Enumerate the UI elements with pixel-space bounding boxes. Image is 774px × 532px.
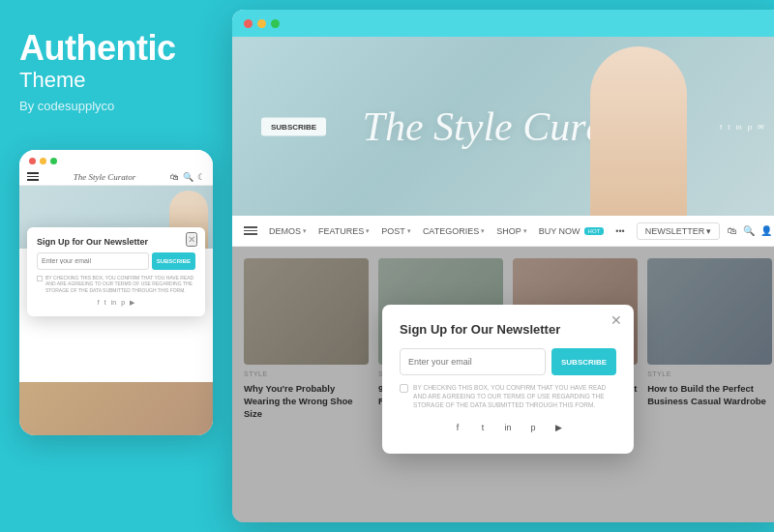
desktop-navbar: DEMOS ▾ FEATURES ▾ POST ▾ CATEGORIES ▾ S… [232,216,774,247]
desktop-dot-green [271,19,280,28]
mobile-bag-icon: 🛍 [170,172,179,182]
left-panel: Authentic Theme By codesupplyco The Styl… [0,0,232,532]
mobile-youtube-icon[interactable]: ▶ [130,299,134,307]
desktop-hamburger-icon[interactable] [244,226,257,235]
desktop-hero: The Style Curator SUBSCRIBE f t in p ✉ [232,37,774,216]
mobile-navbar: The Style Curator 🛍 🔍 ☾ [19,169,213,186]
desktop-subscribe-button[interactable]: SUBSCRIBE [551,348,616,375]
desktop-terms-text: BY CHECKING THIS BOX, YOU CONFIRM THAT Y… [413,383,616,409]
hero-subscribe-button[interactable]: SUBSCRIBE [261,117,326,135]
mobile-titlebar [19,150,213,169]
hero-facebook-icon[interactable]: f [720,122,722,131]
desktop-titlebar [232,10,774,37]
desktop-hero-person [590,46,687,216]
nav-item-demos[interactable]: DEMOS ▾ [269,226,307,236]
nav-right: NEWSLETTER ▾ 🛍 🔍 👤 [637,222,773,240]
mobile-popup-terms-row: BY CHECKING THIS BOX, YOU CONFIRM THAT Y… [37,275,195,294]
desktop-instagram-icon[interactable]: in [499,419,517,436]
mobile-terms-checkbox[interactable] [37,276,43,281]
mobile-popup-close-button[interactable]: ✕ [186,232,197,247]
hero-twitter-icon[interactable]: t [728,122,729,131]
newsletter-overlay: ✕ Sign Up for Our Newsletter SUBSCRIBE B… [232,247,774,522]
nav-item-shop[interactable]: SHOP ▾ [496,226,527,236]
nav-bag-icon[interactable]: 🛍 [728,225,737,236]
hero-pinterest-icon[interactable]: p [748,122,752,131]
nav-item-post[interactable]: POST ▾ [381,226,411,236]
mobile-twitter-icon[interactable]: t [104,299,106,307]
nav-icons-right: 🛍 🔍 👤 [728,225,772,236]
nav-item-features[interactable]: FEATURES ▾ [318,226,370,236]
nav-item-categories[interactable]: CATEGORIES ▾ [423,226,485,236]
nav-newsletter-button[interactable]: NEWSLETTER ▾ [637,222,721,240]
desktop-email-input[interactable] [400,348,546,375]
desktop-popup-social: f t in p ▶ [400,419,616,436]
desktop-main: STYLE Why You're Probably Wearing the Wr… [232,247,774,522]
mobile-logo: The Style Curator [74,172,136,182]
mobile-popup-input-row: SUBSCRIBE [37,252,195,270]
mobile-dot-green [50,158,57,164]
hero-email-icon[interactable]: ✉ [758,122,764,131]
desktop-facebook-icon[interactable]: f [449,419,466,436]
mobile-mockup: The Style Curator 🛍 🔍 ☾ ✕ Sign Up for Ou… [19,150,213,435]
mobile-dot-red [29,158,36,164]
desktop-dot-yellow [257,19,266,28]
desktop-popup-title: Sign Up for Our Newsletter [400,322,616,337]
mobile-search-icon[interactable]: 🔍 [183,172,194,182]
mobile-nav-icons: 🛍 🔍 ☾ [170,172,205,182]
desktop-dot-red [244,19,253,28]
mobile-email-input[interactable] [37,252,149,270]
mobile-pinterest-icon[interactable]: p [121,299,125,307]
brand-title: Authentic [19,29,213,68]
desktop-newsletter-popup: ✕ Sign Up for Our Newsletter SUBSCRIBE B… [382,305,634,454]
nav-search-icon[interactable]: 🔍 [743,225,755,236]
desktop-pinterest-icon[interactable]: p [524,419,542,436]
desktop-terms-checkbox[interactable] [400,384,408,393]
mobile-popup-title: Sign Up for Our Newsletter [37,237,195,247]
mobile-instagram-icon[interactable]: in [111,299,116,307]
nav-item-more[interactable]: ••• [615,226,624,236]
mobile-facebook-icon[interactable]: f [98,299,100,307]
hero-instagram-icon[interactable]: in [736,122,742,131]
right-panel: The Style Curator SUBSCRIBE f t in p ✉ D… [232,0,774,532]
brand-subtitle: Theme [19,68,213,93]
mobile-subscribe-button[interactable]: SUBSCRIBE [152,252,195,270]
buynow-badge: HOT [584,227,605,235]
mobile-newsletter-popup: ✕ Sign Up for Our Newsletter SUBSCRIBE B… [27,227,205,317]
mobile-terms-text: BY CHECKING THIS BOX, YOU CONFIRM THAT Y… [45,275,195,294]
desktop-popup-close-button[interactable]: ✕ [610,312,622,328]
nav-person-icon[interactable]: 👤 [760,225,772,236]
mobile-moon-icon[interactable]: ☾ [197,172,205,182]
hero-social-icons: f t in p ✉ [720,122,764,131]
brand-by: By codesupplyco [19,99,213,113]
desktop-popup-input-row: SUBSCRIBE [400,348,616,375]
nav-item-buynow[interactable]: BUY NOW HOT [539,226,605,236]
mobile-popup-social: f t in p ▶ [37,299,195,307]
desktop-dots [244,19,280,28]
desktop-popup-terms-row: BY CHECKING THIS BOX, YOU CONFIRM THAT Y… [400,383,616,409]
desktop-youtube-icon[interactable]: ▶ [550,419,567,436]
mobile-bottom-image [19,382,213,435]
desktop-mockup: The Style Curator SUBSCRIBE f t in p ✉ D… [232,10,774,522]
desktop-twitter-icon[interactable]: t [474,419,491,436]
mobile-hamburger-icon[interactable] [27,172,39,181]
mobile-dot-yellow [40,158,46,164]
